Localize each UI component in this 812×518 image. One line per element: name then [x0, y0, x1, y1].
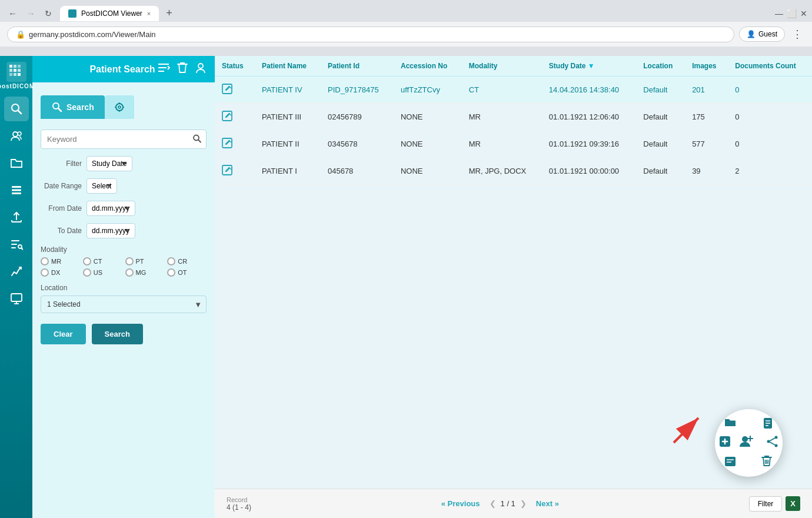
chrome-menu-btn[interactable]: ⋮ [790, 25, 805, 43]
status-edit-icon[interactable] [222, 109, 235, 122]
status-edit-icon[interactable] [222, 137, 235, 150]
modality-cr[interactable]: CR [167, 257, 207, 265]
svg-point-12 [18, 132, 21, 135]
sidebar-item-users[interactable] [4, 124, 29, 148]
modality-ot[interactable]: OT [167, 268, 207, 277]
modality-dx[interactable]: DX [41, 268, 80, 277]
user-header-icon[interactable] [195, 62, 207, 77]
status-edit-icon[interactable] [222, 164, 235, 177]
sort-icon[interactable] [157, 62, 170, 76]
radio-cr[interactable] [167, 257, 175, 265]
new-tab-btn[interactable]: + [161, 5, 177, 22]
radio-ct[interactable] [83, 257, 91, 265]
maximize-btn[interactable]: ⬜ [787, 9, 797, 18]
to-date-row: To Date dd.mm.yyyy [41, 223, 207, 238]
radio-us[interactable] [83, 268, 91, 277]
col-patient-id[interactable]: Patient Id [321, 56, 394, 77]
browser-reload-btn[interactable]: ↻ [41, 7, 55, 20]
svg-rect-4 [14, 69, 16, 72]
search-button[interactable]: Search [92, 324, 143, 344]
svg-point-31 [118, 106, 121, 108]
sidebar-item-upload[interactable] [4, 205, 29, 230]
svg-rect-1 [14, 65, 16, 68]
tab-advanced[interactable] [105, 95, 134, 119]
status-edit-icon[interactable] [222, 82, 235, 95]
clear-button[interactable]: Clear [41, 324, 86, 344]
modality-ct[interactable]: CT [83, 257, 122, 265]
col-documents[interactable]: Documents Count [728, 56, 812, 77]
sidebar-item-monitor[interactable] [4, 286, 29, 311]
fab-folder-icon[interactable] [724, 417, 736, 431]
from-date-select[interactable]: dd.mm.yyyy [86, 201, 135, 216]
table-row[interactable]: PATIENT II0345678NONEMR01.01.1921 09:39:… [215, 131, 812, 158]
prev-btn[interactable]: « Previous [437, 497, 485, 510]
svg-point-11 [13, 132, 18, 137]
radio-dx[interactable] [41, 268, 49, 277]
sidebar-item-list-search[interactable] [4, 232, 29, 257]
tab-search[interactable]: Search [41, 95, 105, 119]
fab-add-user-icon[interactable] [737, 433, 754, 451]
radio-mr[interactable] [41, 257, 49, 265]
radio-pt[interactable] [125, 257, 134, 265]
col-location[interactable]: Location [636, 56, 685, 77]
user-circle-icon: 👤 [747, 30, 756, 38]
modality-mr[interactable]: MR [41, 257, 80, 265]
col-images[interactable]: Images [685, 56, 728, 77]
modality-pt[interactable]: PT [125, 257, 165, 265]
browser-tab[interactable]: PostDICOM Viewer × [60, 6, 159, 21]
address-bar[interactable]: 🔒 germany.postdicom.com/Viewer/Main [7, 26, 734, 42]
date-range-select[interactable]: Select [86, 178, 117, 194]
tab-close-btn[interactable]: × [147, 10, 151, 17]
radio-mg[interactable] [125, 268, 134, 277]
sidebar-item-analytics[interactable] [4, 259, 29, 284]
to-date-select[interactable]: dd.mm.yyyy [86, 223, 135, 238]
keyword-search-icon[interactable] [192, 134, 202, 145]
col-modality[interactable]: Modality [462, 56, 542, 77]
keyword-input[interactable] [41, 130, 207, 149]
cell-patient-name: PATIENT IV [255, 77, 321, 104]
table-row[interactable]: PATIENT III02456789NONEMR01.01.1921 12:0… [215, 104, 812, 131]
svg-rect-61 [725, 457, 736, 466]
filter-select[interactable]: Study Date [86, 156, 132, 171]
fab-report-icon[interactable] [763, 417, 773, 432]
modality-mg[interactable]: MG [125, 268, 165, 277]
svg-rect-5 [18, 69, 21, 72]
from-date-row: From Date dd.mm.yyyy [41, 201, 207, 216]
sidebar-item-folder[interactable] [4, 151, 29, 175]
radio-ot[interactable] [167, 268, 175, 277]
cell-status [215, 77, 255, 104]
minimize-btn[interactable]: — [775, 9, 783, 18]
close-window-btn[interactable]: ✕ [800, 9, 807, 18]
guest-btn[interactable]: 👤 Guest [739, 26, 785, 42]
fab-share-icon[interactable] [766, 435, 779, 450]
record-label: Record [227, 496, 251, 503]
browser-back-btn[interactable]: ← [5, 6, 21, 20]
location-select[interactable]: 1 Selected [41, 295, 207, 313]
sidebar-item-search[interactable] [4, 97, 29, 121]
cell-documents: 0 [728, 77, 812, 104]
table-row[interactable]: PATIENT I045678NONEMR, JPG, DOCX01.01.19… [215, 158, 812, 185]
filter-button[interactable]: Filter [749, 496, 783, 512]
cell-documents: 0 [728, 104, 812, 131]
keyword-search-wrap [41, 130, 207, 149]
cell-study-date: 14.04.2016 14:38:40 [542, 77, 636, 104]
col-patient-name[interactable]: Patient Name [255, 56, 321, 77]
fab-add-study-icon[interactable] [718, 435, 731, 450]
record-info: Record 4 (1 - 4) [227, 496, 251, 512]
modality-us[interactable]: US [83, 268, 122, 277]
trash-header-icon[interactable] [177, 62, 188, 77]
fab-delete-icon[interactable] [761, 455, 772, 469]
excel-export-btn[interactable]: X [786, 496, 800, 511]
fab-worklist-icon[interactable] [724, 456, 736, 469]
next-btn[interactable]: Next » [531, 497, 564, 510]
table-row[interactable]: PATIENT IVPID_97178475uffTzZTCvyCT14.04.… [215, 77, 812, 104]
cell-accession-no: uffTzZTCvy [394, 77, 462, 104]
cell-study-date: 01.01.1921 12:06:40 [542, 104, 636, 131]
col-accession-no[interactable]: Accession No [394, 56, 462, 77]
sidebar-item-layers[interactable] [4, 178, 29, 202]
browser-forward-btn[interactable]: → [23, 6, 39, 20]
lock-icon: 🔒 [16, 30, 25, 39]
cell-accession-no: NONE [394, 158, 462, 185]
col-study-date[interactable]: Study Date ▼ [542, 56, 636, 77]
footer-right: Filter X [749, 496, 800, 512]
